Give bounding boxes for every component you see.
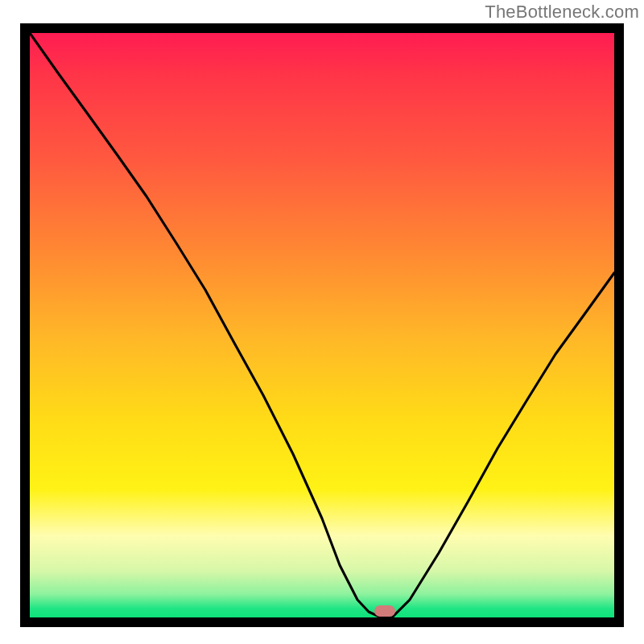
attribution-text: TheBottleneck.com bbox=[485, 2, 639, 23]
optimum-marker bbox=[374, 605, 395, 617]
bottleneck-curve bbox=[30, 33, 614, 617]
image-root: TheBottleneck.com bbox=[0, 0, 644, 644]
chart-frame bbox=[20, 23, 624, 627]
chart-plot-area bbox=[30, 33, 614, 617]
